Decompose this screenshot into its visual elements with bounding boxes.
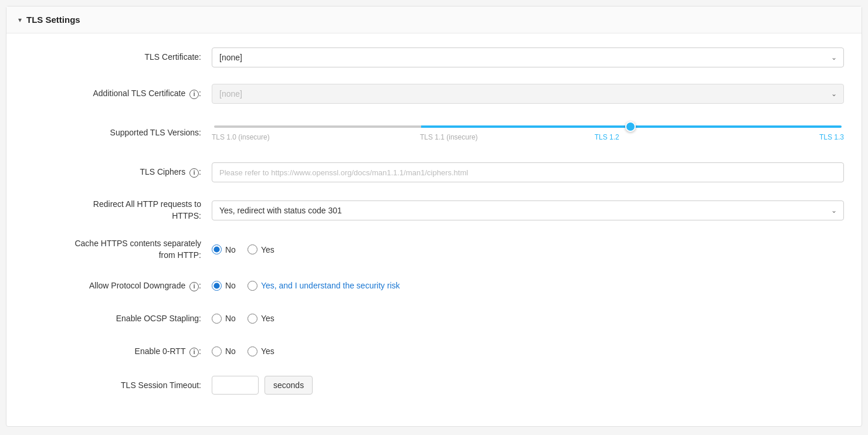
zero-rtt-no-radio[interactable] <box>212 346 222 356</box>
seconds-label: seconds <box>265 376 313 395</box>
ocsp-stapling-row: Enable OCSP Stapling: No Yes <box>6 302 862 335</box>
tls-13-label: TLS 1.3 <box>686 133 845 141</box>
tls-certificate-select[interactable]: [none] <box>212 47 844 67</box>
tls-ciphers-control <box>212 162 844 182</box>
tls-11-label: TLS 1.1 (insecure) <box>370 133 528 141</box>
redirect-http-label: Redirect All HTTP requests toHTTPS: <box>24 199 212 222</box>
section-title: TLS Settings <box>26 15 80 25</box>
tls-certificate-control: [none] ⌄ <box>212 47 844 67</box>
cache-https-no-label: No <box>225 245 236 254</box>
protocol-downgrade-control: No Yes, and I understand the security ri… <box>212 281 844 291</box>
cache-https-label: Cache HTTPS contents separatelyfrom HTTP… <box>24 238 212 261</box>
tls-settings-panel: ▾ TLS Settings TLS Certificate: [none] ⌄… <box>6 6 862 427</box>
section-header[interactable]: ▾ TLS Settings <box>6 6 862 33</box>
tls-versions-row: Supported TLS Versions: TLS 1.0 (insecur… <box>6 112 862 154</box>
protocol-downgrade-row: Allow Protocol Downgrade i: No Yes, and … <box>6 269 862 302</box>
ocsp-stapling-radio-group: No Yes <box>212 314 844 324</box>
tls-12-label: TLS 1.2 <box>528 133 686 141</box>
zero-rtt-label: Enable 0-RTT i: <box>24 346 212 358</box>
tls-ciphers-label: TLS Ciphers i: <box>24 166 212 178</box>
zero-rtt-no-option[interactable]: No <box>212 346 236 356</box>
additional-tls-certificate-row: Additional TLS Certificate i: [none] ⌄ <box>6 76 862 112</box>
zero-rtt-yes-radio[interactable] <box>247 346 257 356</box>
zero-rtt-no-label: No <box>225 346 236 356</box>
protocol-downgrade-radio-group: No Yes, and I understand the security ri… <box>212 281 844 291</box>
session-timeout-label: TLS Session Timeout: <box>24 380 212 392</box>
zero-rtt-control: No Yes <box>212 346 844 356</box>
session-timeout-row: TLS Session Timeout: seconds <box>6 368 862 403</box>
protocol-downgrade-info-icon[interactable]: i <box>189 282 199 291</box>
additional-tls-select-wrapper: [none] ⌄ <box>212 84 844 104</box>
session-timeout-control: seconds <box>212 376 844 395</box>
cache-https-yes-option[interactable]: Yes <box>247 244 274 254</box>
cache-https-no-option[interactable]: No <box>212 244 236 254</box>
additional-tls-certificate-label: Additional TLS Certificate i: <box>24 88 212 100</box>
redirect-http-control: Yes, redirect with status code 301 No ⌄ <box>212 200 844 220</box>
protocol-downgrade-yes-radio[interactable] <box>247 281 257 291</box>
redirect-http-row: Redirect All HTTP requests toHTTPS: Yes,… <box>6 191 862 230</box>
zero-rtt-row: Enable 0-RTT i: No Yes <box>6 335 862 368</box>
ocsp-stapling-control: No Yes <box>212 314 844 324</box>
ocsp-yes-radio[interactable] <box>247 314 257 324</box>
protocol-downgrade-no-label: No <box>225 281 236 290</box>
tls-certificate-row: TLS Certificate: [none] ⌄ <box>6 39 862 76</box>
ocsp-stapling-label: Enable OCSP Stapling: <box>24 313 212 325</box>
protocol-downgrade-yes-label: Yes, and I understand the security risk <box>261 281 400 290</box>
session-timeout-input[interactable] <box>212 376 259 395</box>
cache-https-control: No Yes <box>212 244 844 254</box>
ocsp-no-radio[interactable] <box>212 314 222 324</box>
tls-versions-slider[interactable] <box>214 125 842 128</box>
tls-versions-control: TLS 1.0 (insecure) TLS 1.1 (insecure) TL… <box>212 120 844 146</box>
cache-https-radio-group: No Yes <box>212 244 844 254</box>
redirect-http-select[interactable]: Yes, redirect with status code 301 No <box>212 200 844 220</box>
tls-10-label: TLS 1.0 (insecure) <box>212 133 370 141</box>
zero-rtt-radio-group: No Yes <box>212 346 844 356</box>
session-timeout-input-row: seconds <box>212 376 844 395</box>
tls-ciphers-row: TLS Ciphers i: <box>6 154 862 191</box>
additional-tls-certificate-control: [none] ⌄ <box>212 84 844 104</box>
tls-ciphers-input[interactable] <box>212 162 844 182</box>
tls-versions-label: Supported TLS Versions: <box>24 127 212 139</box>
cache-https-row: Cache HTTPS contents separatelyfrom HTTP… <box>6 230 862 269</box>
zero-rtt-yes-label: Yes <box>261 346 274 356</box>
additional-tls-info-icon[interactable]: i <box>189 90 199 99</box>
slider-track-wrapper <box>212 120 844 130</box>
protocol-downgrade-label: Allow Protocol Downgrade i: <box>24 280 212 292</box>
ocsp-yes-option[interactable]: Yes <box>247 314 274 324</box>
tls-ciphers-info-icon[interactable]: i <box>189 168 199 178</box>
collapse-icon: ▾ <box>18 16 22 24</box>
tls-certificate-select-wrapper: [none] ⌄ <box>212 47 844 67</box>
protocol-downgrade-yes-option[interactable]: Yes, and I understand the security risk <box>247 281 400 291</box>
zero-rtt-yes-option[interactable]: Yes <box>247 346 274 356</box>
protocol-downgrade-no-option[interactable]: No <box>212 281 236 291</box>
cache-https-yes-radio[interactable] <box>247 244 257 254</box>
additional-tls-certificate-select[interactable]: [none] <box>212 84 844 104</box>
zero-rtt-info-icon[interactable]: i <box>189 348 199 357</box>
ocsp-no-label: No <box>225 314 236 323</box>
redirect-http-select-wrapper: Yes, redirect with status code 301 No ⌄ <box>212 200 844 220</box>
cache-https-no-radio[interactable] <box>212 244 222 254</box>
tls-certificate-label: TLS Certificate: <box>24 52 212 63</box>
ocsp-yes-label: Yes <box>261 314 274 323</box>
protocol-downgrade-no-radio[interactable] <box>212 281 222 291</box>
slider-labels: TLS 1.0 (insecure) TLS 1.1 (insecure) TL… <box>212 133 844 141</box>
ocsp-no-option[interactable]: No <box>212 314 236 324</box>
form-body: TLS Certificate: [none] ⌄ Additional TLS… <box>6 33 862 409</box>
cache-https-yes-label: Yes <box>261 245 274 254</box>
